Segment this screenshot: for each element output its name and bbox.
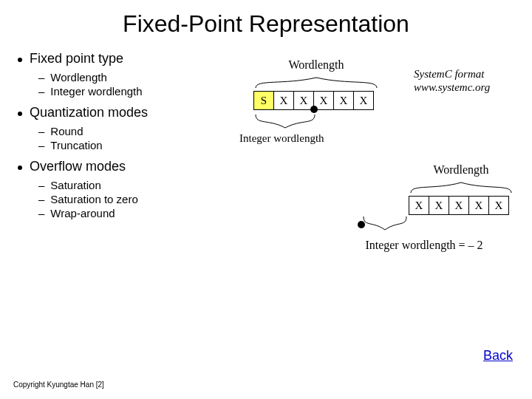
list-item: Quantization modes (18, 105, 247, 120)
bullet-text: Wordlength (50, 71, 106, 83)
dash-icon: – (38, 71, 44, 83)
copyright-text: Copyright Kyungtae Han [2] (13, 381, 104, 389)
wordlength-label: Wordlength (254, 58, 378, 72)
bit-cell: X (409, 196, 429, 215)
bit-cell: X (273, 91, 294, 110)
bullet-text: Saturation to zero (50, 193, 137, 205)
dash-icon: – (38, 139, 44, 151)
bullet-text: Quantization modes (30, 105, 148, 120)
bullet-text: Saturation (50, 179, 100, 191)
list-item: Overflow modes (18, 159, 247, 174)
systemc-note: SystemC format www.systemc.org (414, 67, 490, 94)
brace-top-icon (409, 177, 513, 194)
brace-top-icon (254, 72, 378, 89)
list-item: –Wrap-around (38, 207, 247, 219)
bullet-icon (18, 166, 22, 170)
dash-icon: – (38, 179, 44, 191)
list-item: –Round (38, 125, 247, 137)
bullet-text: Overflow modes (30, 159, 126, 174)
list-item: –Wordlength (38, 71, 247, 83)
bullet-text: Fixed point type (30, 51, 123, 66)
list-item: –Integer wordlength (38, 85, 247, 98)
integer-wordlength-label: Integer wordlength (239, 132, 378, 145)
bullet-text: Wrap-around (50, 207, 115, 219)
wordlength-diagram: Wordlength S X X X X X Integer wordlengt… (254, 58, 378, 145)
negative-iw-diagram: Wordlength X X X X X Integer wordlength … (358, 163, 513, 252)
sign-bit-cell: S (253, 91, 274, 110)
list-item: –Saturation to zero (38, 193, 247, 205)
bullet-list: Fixed point type –Wordlength –Integer wo… (18, 51, 247, 221)
bullet-icon (18, 112, 22, 116)
bit-cell: X (468, 196, 489, 215)
brace-bottom-icon (254, 113, 316, 132)
bullet-text: Truncation (50, 139, 102, 151)
bit-cell: X (353, 91, 374, 110)
list-item: –Truncation (38, 139, 247, 151)
bit-cell: X (488, 196, 509, 215)
bullet-icon (18, 58, 22, 62)
dash-icon: – (38, 207, 44, 219)
dash-icon: – (38, 125, 44, 137)
systemc-url: www.systemc.org (414, 81, 490, 94)
brace-bottom-icon (362, 215, 408, 234)
list-item: Fixed point type (18, 51, 247, 66)
bit-cell: X (429, 196, 449, 215)
slide-body: Fixed point type –Wordlength –Integer wo… (0, 38, 532, 221)
slide-title: Fixed-Point Representation (0, 0, 532, 38)
dash-icon: – (38, 85, 44, 98)
systemc-format: SystemC format (414, 67, 490, 81)
integer-wordlength-neg-label: Integer wordlength = – 2 (335, 239, 513, 252)
bit-cell: X (449, 196, 469, 215)
bullet-text: Round (50, 125, 83, 137)
radix-point-icon (310, 106, 318, 113)
bit-cells: S X X X X X (254, 91, 378, 113)
diagram-area: SystemC format www.systemc.org Wordlengt… (247, 51, 532, 221)
list-item: –Saturation (38, 179, 247, 191)
bullet-text: Integer wordlength (50, 85, 142, 98)
bit-cells: X X X X X (409, 196, 513, 215)
back-link[interactable]: Back (483, 348, 513, 364)
wordlength-label: Wordlength (409, 163, 513, 177)
bit-cell: X (333, 91, 354, 110)
dash-icon: – (38, 193, 44, 205)
